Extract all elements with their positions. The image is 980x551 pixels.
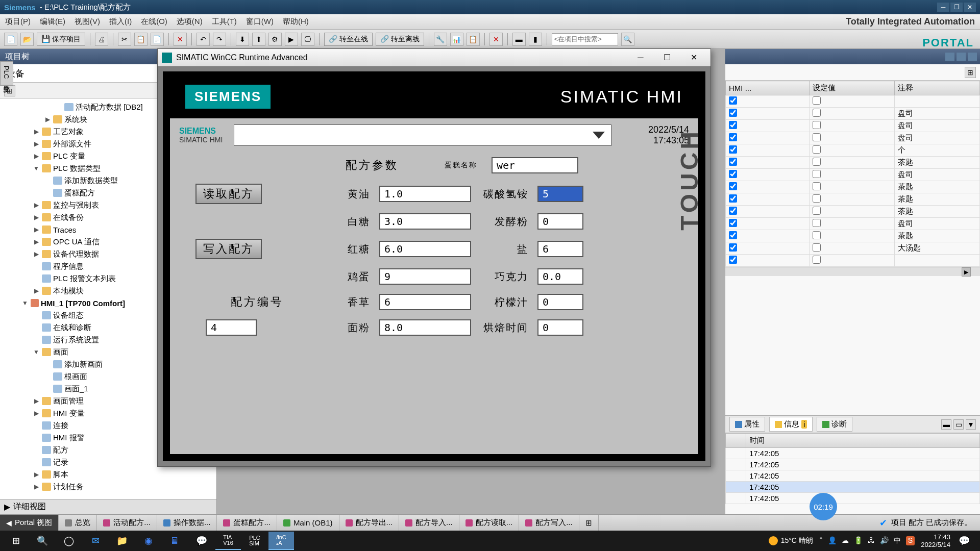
message-row[interactable]: 17:42:05	[726, 493, 980, 504]
tray-people-icon[interactable]: 👤	[828, 536, 837, 545]
ingredient-input[interactable]	[379, 268, 471, 285]
tray-network-icon[interactable]: 🖧	[868, 536, 875, 545]
ingredient-input[interactable]	[537, 213, 583, 230]
message-row[interactable]: 17:42:05	[726, 459, 980, 470]
ingredient-input[interactable]	[379, 186, 471, 202]
editor-tab[interactable]: 蛋糕配方...	[217, 515, 277, 531]
insp-icon-a[interactable]: ▬	[941, 419, 951, 430]
cake-name-input[interactable]	[492, 157, 578, 173]
property-row[interactable]: 盘司	[726, 169, 980, 181]
hmi-checkbox[interactable]	[729, 243, 737, 252]
setpoint-checkbox[interactable]	[813, 194, 821, 203]
recipe-number-input[interactable]	[206, 319, 257, 336]
tray-volume-icon[interactable]: 🔊	[880, 536, 889, 545]
close-button[interactable]: ✕	[964, 3, 976, 12]
tabs-overflow-icon[interactable]: ⊞	[579, 515, 599, 531]
save-project-button[interactable]: 💾 保存项目	[37, 33, 85, 46]
prop-hscroll[interactable]: ▶	[725, 267, 980, 276]
setpoint-checkbox[interactable]	[813, 182, 821, 190]
setpoint-checkbox[interactable]	[813, 96, 821, 105]
hmi-checkbox[interactable]	[729, 133, 737, 141]
prop-pin-icon[interactable]	[968, 53, 977, 61]
ingredient-input[interactable]	[379, 213, 471, 230]
setpoint-checkbox[interactable]	[813, 158, 821, 166]
menu-view[interactable]: 视图(V)	[75, 17, 100, 27]
hmi-checkbox[interactable]	[729, 231, 737, 239]
hmi-checkbox[interactable]	[729, 170, 737, 178]
setpoint-checkbox[interactable]	[813, 207, 821, 215]
project-search-input[interactable]	[552, 33, 618, 45]
ingredient-input[interactable]	[379, 241, 471, 257]
property-row[interactable]: 茶匙	[726, 181, 980, 193]
setpoint-checkbox[interactable]	[813, 109, 821, 117]
ingredient-input[interactable]	[537, 294, 583, 310]
property-row[interactable]	[726, 255, 980, 267]
alarm-dropdown[interactable]	[234, 124, 611, 146]
calculator-icon[interactable]: 🖩	[162, 532, 188, 550]
tb-icon-b[interactable]: 📊	[450, 33, 463, 46]
split-v-icon[interactable]: ▮	[529, 33, 542, 46]
tab-info[interactable]: 信息 i	[769, 417, 813, 432]
write-recipe-button[interactable]: 写入配方	[195, 239, 262, 259]
notification-icon[interactable]: 💬	[957, 532, 972, 550]
portal-view-button[interactable]: ◀Portal 视图	[0, 515, 59, 531]
wincc-rt-icon[interactable]: /inC₂A	[268, 532, 294, 550]
rt-close-button[interactable]: ✕	[681, 51, 706, 64]
menu-tools[interactable]: 工具(T)	[212, 17, 237, 27]
paste-icon[interactable]: 📄	[151, 33, 164, 46]
search-button[interactable]: 🔍	[30, 532, 55, 550]
editor-tab[interactable]: 配方导出...	[339, 515, 400, 531]
start-button[interactable]: ⊞	[3, 532, 29, 550]
message-row[interactable]: 17:42:05	[726, 470, 980, 482]
print-icon[interactable]: 🖨	[95, 33, 108, 46]
setpoint-checkbox[interactable]	[813, 243, 821, 252]
message-row[interactable]: 17:42:05	[726, 448, 980, 459]
menu-online[interactable]: 在线(O)	[141, 17, 167, 27]
tb-close-icon[interactable]: ✕	[489, 33, 503, 46]
ingredient-input[interactable]	[379, 319, 471, 336]
ingredient-input[interactable]	[537, 241, 583, 257]
search-icon[interactable]: 🔍	[621, 33, 634, 46]
hmi-checkbox[interactable]	[729, 194, 737, 203]
runtime-icon[interactable]: 🖵	[301, 33, 314, 46]
hmi-checkbox[interactable]	[729, 109, 737, 117]
tb-icon-c[interactable]: 📋	[467, 33, 480, 46]
minimize-button[interactable]: ─	[937, 3, 949, 12]
editor-tab[interactable]: 活动配方...	[97, 515, 157, 531]
rt-minimize-button[interactable]: ─	[628, 51, 653, 64]
property-table[interactable]: HMI ... 设定值 注释 盘司 盘司 盘司 个 茶匙 盘司 茶匙 茶匙 茶匙…	[725, 81, 980, 415]
plcsim-icon[interactable]: PLCSIM	[242, 532, 267, 550]
menu-edit[interactable]: 编辑(E)	[40, 17, 65, 27]
tree-node[interactable]: ▶脚本	[0, 468, 216, 481]
ingredient-input[interactable]	[537, 186, 583, 202]
property-row[interactable]	[726, 95, 980, 108]
menu-window[interactable]: 窗口(W)	[246, 17, 274, 27]
editor-tab[interactable]: 配方读取...	[459, 515, 520, 531]
hmi-checkbox[interactable]	[729, 145, 737, 154]
property-row[interactable]: 大汤匙	[726, 242, 980, 255]
property-row[interactable]: 茶匙	[726, 230, 980, 242]
tia-portal-icon[interactable]: TIAV16	[215, 532, 241, 550]
hmi-checkbox[interactable]	[729, 207, 737, 215]
tray-ime-icon[interactable]: 中	[894, 536, 901, 545]
menu-help[interactable]: 帮助(H)	[283, 17, 309, 27]
hmi-checkbox[interactable]	[729, 256, 737, 264]
editor-tab[interactable]: 总览	[59, 515, 97, 531]
property-row[interactable]: 盘司	[726, 108, 980, 120]
setpoint-checkbox[interactable]	[813, 145, 821, 154]
menu-project[interactable]: 项目(P)	[5, 17, 31, 27]
prop-min-icon[interactable]	[945, 53, 954, 61]
tab-properties[interactable]: 属性	[729, 417, 765, 432]
tree-tool-icon[interactable]: ⊞	[4, 85, 15, 96]
simulate-icon[interactable]: ▶	[285, 33, 298, 46]
weather-widget[interactable]: 15°C 晴朗	[769, 536, 813, 545]
hmi-checkbox[interactable]	[729, 158, 737, 166]
split-h-icon[interactable]: ▬	[512, 33, 526, 46]
delete-icon[interactable]: ✕	[174, 33, 187, 46]
ingredient-input[interactable]	[537, 319, 583, 336]
property-row[interactable]: 个	[726, 144, 980, 157]
browser-icon[interactable]: ◉	[136, 532, 161, 550]
setpoint-checkbox[interactable]	[813, 219, 821, 227]
property-row[interactable]: 茶匙	[726, 193, 980, 206]
ingredient-input[interactable]	[537, 268, 583, 285]
